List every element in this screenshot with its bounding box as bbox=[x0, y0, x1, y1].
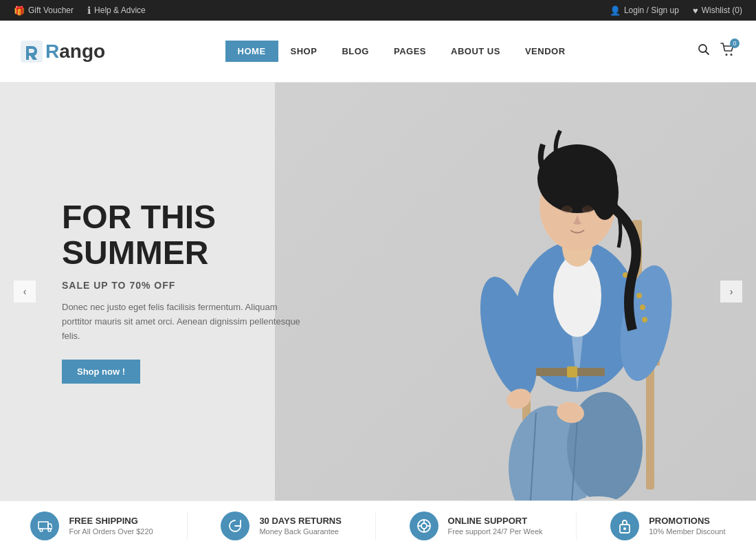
nav-item-vendor[interactable]: VENDOR bbox=[513, 41, 578, 62]
svg-line-2 bbox=[705, 52, 709, 55]
nav-item-about[interactable]: ABOUT US bbox=[438, 41, 513, 62]
benefit-returns-desc: Money Back Guarantee bbox=[259, 527, 341, 536]
support-icon bbox=[410, 512, 438, 540]
slider-next-button[interactable]: › bbox=[720, 280, 742, 302]
svg-point-3 bbox=[725, 54, 727, 56]
login-link[interactable]: Login / Sign up bbox=[610, 6, 679, 16]
benefit-promotions-desc: 10% Member Discount bbox=[649, 527, 725, 536]
benefit-returns: 30 DAYS RETURNS Money Back Guarantee bbox=[221, 512, 341, 540]
help-advice-link[interactable]: Help & Advice bbox=[87, 5, 146, 16]
svg-rect-0 bbox=[21, 41, 43, 63]
benefit-returns-title: 30 DAYS RETURNS bbox=[259, 516, 341, 526]
nav-shop-link[interactable]: SHOP bbox=[278, 41, 330, 62]
login-icon bbox=[610, 6, 621, 16]
nav-blog-link[interactable]: BLOG bbox=[329, 41, 381, 62]
gift-voucher-label: Gift Voucher bbox=[28, 6, 74, 15]
nav-item-home[interactable]: HOME bbox=[225, 41, 278, 62]
svg-rect-37 bbox=[567, 366, 577, 377]
hero-title: FOR THIS SUMMER bbox=[62, 199, 302, 272]
benefit-shipping-text: FREE SHIPPING For All Orders Over $220 bbox=[69, 516, 153, 536]
benefits-bar: FREE SHIPPING For All Orders Over $220 3… bbox=[0, 500, 756, 550]
search-button[interactable] bbox=[698, 43, 710, 59]
returns-icon bbox=[221, 512, 249, 540]
cart-badge: 0 bbox=[730, 38, 740, 48]
top-bar-left: Gift Voucher Help & Advice bbox=[14, 5, 146, 16]
svg-point-39 bbox=[48, 529, 51, 531]
benefit-divider-2 bbox=[375, 512, 376, 540]
nav-item-pages[interactable]: PAGES bbox=[381, 41, 438, 62]
slider-prev-button[interactable]: ‹ bbox=[14, 280, 36, 302]
svg-point-4 bbox=[730, 54, 732, 56]
wishlist-link[interactable]: Wishlist (0) bbox=[693, 6, 742, 16]
nav-about-link[interactable]: ABOUT US bbox=[438, 41, 513, 62]
benefit-support-text: ONLINE SUPPORT Free support 24/7 Per Wee… bbox=[448, 516, 543, 536]
nav-icons: 0 bbox=[698, 43, 735, 60]
top-bar-right: Login / Sign up Wishlist (0) bbox=[610, 6, 742, 16]
nav-pages-link[interactable]: PAGES bbox=[381, 41, 438, 62]
benefit-divider-3 bbox=[576, 512, 577, 540]
svg-point-47 bbox=[623, 527, 626, 530]
logo[interactable]: Rango bbox=[21, 41, 105, 63]
nav-home-link[interactable]: HOME bbox=[225, 41, 278, 62]
shipping-icon bbox=[30, 512, 59, 540]
main-nav: Rango HOME SHOP BLOG PAGES ABOUT US VEND… bbox=[0, 21, 756, 82]
login-label: Login / Sign up bbox=[624, 6, 679, 15]
benefit-support-desc: Free support 24/7 Per Week bbox=[448, 527, 543, 536]
help-icon bbox=[87, 5, 91, 16]
hero-description: Donec nec justo eget felis facilisis fer… bbox=[62, 300, 302, 343]
cart-button[interactable]: 0 bbox=[720, 43, 735, 60]
benefit-promotions-text: PROMOTIONS 10% Member Discount bbox=[649, 516, 725, 536]
shop-now-button[interactable]: Shop now ! bbox=[62, 360, 140, 384]
gift-icon bbox=[14, 6, 25, 16]
promotions-icon bbox=[610, 512, 639, 540]
benefit-promotions-title: PROMOTIONS bbox=[649, 516, 725, 526]
benefit-promotions: PROMOTIONS 10% Member Discount bbox=[610, 512, 725, 540]
benefit-shipping: FREE SHIPPING For All Orders Over $220 bbox=[30, 512, 153, 540]
benefit-support: ONLINE SUPPORT Free support 24/7 Per Wee… bbox=[410, 512, 543, 540]
help-advice-label: Help & Advice bbox=[94, 6, 146, 15]
chevron-right-icon: › bbox=[730, 286, 733, 297]
svg-point-24 bbox=[640, 305, 645, 310]
gift-voucher-link[interactable]: Gift Voucher bbox=[14, 6, 74, 16]
svg-point-33 bbox=[583, 206, 592, 211]
svg-point-38 bbox=[40, 529, 43, 531]
wishlist-label: Wishlist (0) bbox=[702, 6, 742, 15]
chevron-left-icon: ‹ bbox=[23, 286, 27, 297]
nav-item-blog[interactable]: BLOG bbox=[329, 41, 381, 62]
hero-section: ✦ bbox=[0, 82, 756, 500]
logo-icon bbox=[21, 41, 43, 63]
benefit-shipping-desc: For All Orders Over $220 bbox=[69, 527, 153, 536]
search-icon bbox=[698, 45, 710, 58]
nav-links: HOME SHOP BLOG PAGES ABOUT US VENDOR bbox=[225, 41, 578, 62]
slider-arrows: ‹ › bbox=[0, 280, 756, 302]
svg-rect-6 bbox=[646, 366, 654, 490]
svg-point-41 bbox=[421, 523, 427, 529]
svg-point-25 bbox=[642, 317, 647, 322]
benefit-returns-text: 30 DAYS RETURNS Money Back Guarantee bbox=[259, 516, 341, 536]
top-bar: Gift Voucher Help & Advice Login / Sign … bbox=[0, 0, 756, 21]
svg-point-32 bbox=[563, 206, 571, 211]
benefit-support-title: ONLINE SUPPORT bbox=[448, 516, 543, 526]
nav-item-shop[interactable]: SHOP bbox=[278, 41, 330, 62]
logo-text: Rango bbox=[45, 41, 105, 63]
heart-icon bbox=[693, 6, 698, 16]
benefit-shipping-title: FREE SHIPPING bbox=[69, 516, 153, 526]
nav-vendor-link[interactable]: VENDOR bbox=[513, 41, 578, 62]
benefit-divider-1 bbox=[187, 512, 188, 540]
